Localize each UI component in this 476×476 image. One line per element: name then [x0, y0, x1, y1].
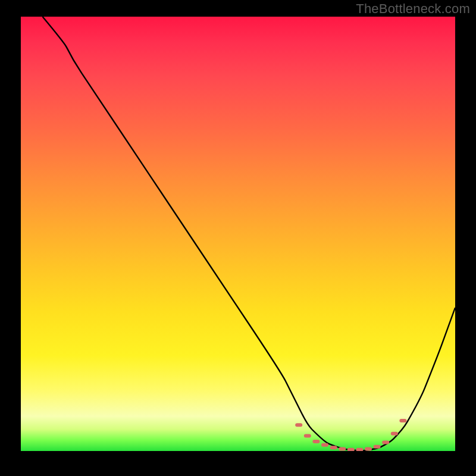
chart-frame: TheBottleneck.com: [0, 0, 476, 476]
plateau-dot: [374, 445, 381, 449]
bottleneck-curve: [43, 17, 456, 450]
plateau-dot: [399, 419, 406, 422]
plateau-dot: [339, 447, 346, 450]
plateau-dot: [365, 447, 372, 450]
plateau-dot: [356, 448, 363, 451]
chart-overlay: [21, 17, 455, 451]
plot-area: [21, 17, 455, 451]
plateau-dots: [295, 419, 406, 451]
plateau-dot: [304, 434, 311, 438]
plateau-dot: [382, 440, 389, 444]
plateau-dot: [321, 443, 328, 447]
plateau-dot: [330, 446, 337, 449]
plateau-dot: [391, 432, 398, 436]
watermark-text: TheBottleneck.com: [356, 1, 470, 17]
plateau-dot: [295, 423, 302, 427]
plateau-dot: [347, 448, 355, 451]
plateau-dot: [312, 440, 320, 443]
